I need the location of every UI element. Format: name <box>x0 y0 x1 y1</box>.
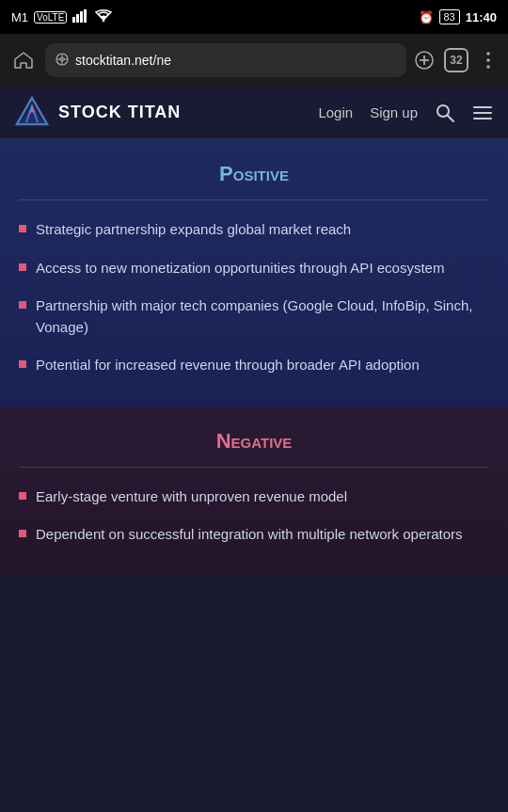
list-item-text: Potential for increased revenue through … <box>36 355 420 376</box>
status-bar: M1 VoLTE ⏰ 83 11:40 <box>0 0 508 34</box>
wifi-icon <box>95 9 112 25</box>
browser-bar: stocktitan.net/ne 32 <box>0 34 508 87</box>
more-options-button[interactable] <box>478 50 499 71</box>
positive-divider <box>19 199 489 200</box>
svg-line-17 <box>448 115 454 121</box>
svg-rect-1 <box>76 14 79 23</box>
nav-bar: STOCK TITAN Login Sign up <box>0 87 508 139</box>
list-item-text: Early-stage venture with unproven revenu… <box>36 486 347 508</box>
url-security-icon <box>55 52 70 70</box>
list-item-text: Strategic partnership expands global mar… <box>36 219 351 241</box>
add-tab-button[interactable] <box>414 50 435 71</box>
bullet-icon <box>19 263 26 271</box>
svg-rect-3 <box>84 9 87 23</box>
svg-point-13 <box>486 65 490 69</box>
svg-point-11 <box>486 52 490 56</box>
negative-list: Early-stage venture with unproven revenu… <box>19 486 489 546</box>
svg-rect-0 <box>72 17 75 23</box>
list-item: Strategic partnership expands global mar… <box>19 219 489 241</box>
main-content: Positive Strategic partnership expands g… <box>0 139 508 576</box>
signup-link[interactable]: Sign up <box>370 104 418 120</box>
url-text: stocktitan.net/ne <box>75 53 171 68</box>
logo-text: STOCK TITAN <box>58 103 181 122</box>
negative-title: Negative <box>19 429 489 454</box>
search-button[interactable] <box>435 103 455 123</box>
svg-rect-2 <box>80 11 83 23</box>
list-item: Partnership with major tech companies (G… <box>19 295 489 338</box>
signal-icon <box>72 9 89 25</box>
list-item: Dependent on successful integration with… <box>19 524 489 546</box>
login-link[interactable]: Login <box>318 104 353 120</box>
list-item-text: Access to new monetization opportunities… <box>36 258 444 279</box>
status-right: ⏰ 83 11:40 <box>419 9 498 24</box>
carrier-label: M1 <box>11 10 28 24</box>
positive-title: Positive <box>19 162 489 186</box>
list-item: Early-stage venture with unproven revenu… <box>19 486 489 508</box>
status-left: M1 VoLTE <box>11 9 112 25</box>
time-display: 11:40 <box>466 10 497 24</box>
battery-indicator: 83 <box>439 9 460 24</box>
nav-links: Login Sign up <box>318 103 493 123</box>
home-button[interactable] <box>9 46 38 74</box>
negative-section: Negative Early-stage venture with unprov… <box>0 406 508 576</box>
tab-count-badge[interactable]: 32 <box>444 48 468 72</box>
bullet-icon <box>19 492 26 500</box>
bullet-icon <box>19 225 26 232</box>
positive-section: Positive Strategic partnership expands g… <box>0 139 508 406</box>
logo-icon <box>15 96 49 130</box>
url-bar[interactable]: stocktitan.net/ne <box>45 43 406 77</box>
positive-list: Strategic partnership expands global mar… <box>19 219 489 376</box>
browser-actions: 32 <box>414 48 499 72</box>
svg-point-4 <box>103 19 105 22</box>
list-item-text: Partnership with major tech companies (G… <box>36 295 489 338</box>
svg-point-12 <box>486 58 490 62</box>
alarm-icon: ⏰ <box>419 10 434 24</box>
tab-count-number: 32 <box>450 54 462 67</box>
negative-divider <box>19 467 489 468</box>
list-item: Access to new monetization opportunities… <box>19 258 489 279</box>
site-logo[interactable]: STOCK TITAN <box>15 96 318 130</box>
menu-button[interactable] <box>472 103 493 123</box>
list-item-text: Dependent on successful integration with… <box>36 524 463 546</box>
battery-level: 83 <box>439 9 460 24</box>
list-item: Potential for increased revenue through … <box>19 355 489 376</box>
bullet-icon <box>19 301 26 309</box>
bullet-icon <box>19 530 26 537</box>
bullet-icon <box>19 360 26 368</box>
volte-badge: VoLTE <box>34 11 67 24</box>
